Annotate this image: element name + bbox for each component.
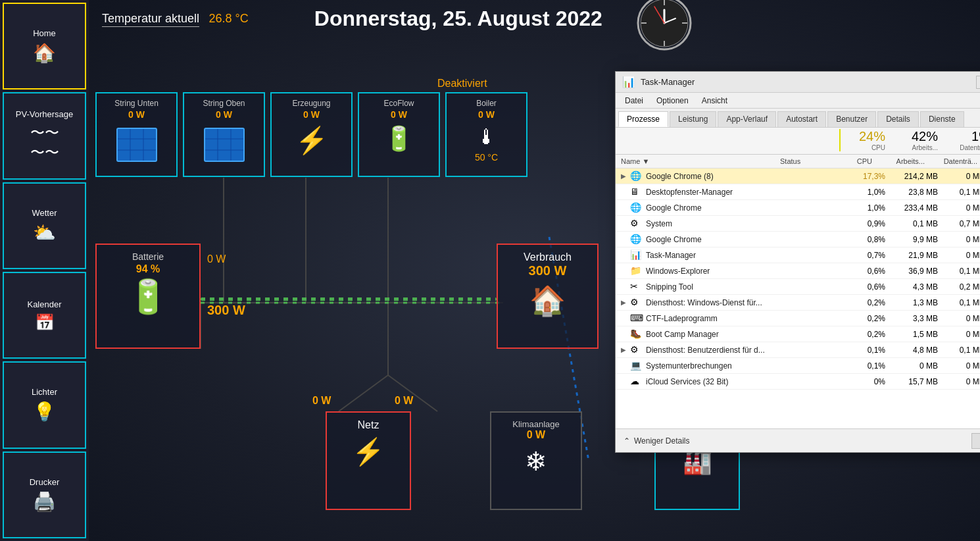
perf-mem: 42% Arbeits... (885, 129, 938, 151)
task-end-button[interactable]: Task beenden (971, 433, 980, 449)
tab-prozesse[interactable]: Prozesse (618, 111, 668, 127)
table-row[interactable]: 🖥 Desktopfenster-Manager 1,0% 23,8 MB 0,… (616, 184, 980, 200)
table-row[interactable]: 📁 Windows-Explorer 0,6% 36,9 MB 0,1 MB/s… (616, 263, 980, 279)
table-row[interactable]: 🌐 Google Chrome 1,0% 233,4 MB 0 MB/s 0 M… (616, 200, 980, 216)
tab-dienste[interactable]: Dienste (920, 111, 964, 127)
table-row[interactable]: ▶ 🌐 Google Chrome (8) 17,3% 214,2 MB 0 M… (616, 168, 980, 184)
proc-name: Diensthost: Windows-Dienst für... (646, 298, 793, 307)
col-cpu[interactable]: CPU (826, 157, 872, 165)
table-row[interactable]: ⌨ CTF-Ladeprogramm 0,2% 3,3 MB 0 MB/s 0 … (616, 311, 980, 326)
verbrauch-title: Verbrauch (524, 251, 572, 263)
tile-string-unten[interactable]: String Unten 0 W (95, 92, 178, 177)
proc-disk: 0,1 MB/s (938, 267, 980, 276)
proc-cpu: 0,8% (839, 235, 885, 244)
tile-string-unten-title: String Unten (114, 99, 159, 108)
proc-name: Boot Camp Manager (646, 330, 793, 339)
sidebar-item-home[interactable]: Home 🏠 (3, 3, 86, 90)
erzeugung-icon: ⚡ (295, 125, 328, 156)
sidebar-wetter-label: Wetter (32, 208, 57, 218)
col-name[interactable]: Name ▼ (621, 157, 780, 165)
proc-cpu: 0,2% (839, 298, 885, 307)
menu-datei[interactable]: Datei (620, 95, 649, 107)
table-row[interactable]: 💻 Systemunterbrechungen 0,1% 0 MB 0 MB/s… (616, 358, 980, 374)
header: Temperatur aktuell 26.8 °C Donnerstag, 2… (102, 7, 641, 31)
table-row[interactable]: ✂ Snipping Tool 0,6% 4,3 MB 0,2 MB/s 0 M… (616, 279, 980, 295)
proc-name: iCloud Services (32 Bit) (646, 377, 793, 386)
perf-cpu-pct: 24% (859, 129, 885, 144)
netz-w2: 0 W (395, 395, 413, 407)
table-row[interactable]: 📊 Task-Manager 0,7% 21,9 MB 0 MB/s 0 MBi… (616, 247, 980, 263)
tab-app-verlauf[interactable]: App-Verlauf (718, 111, 776, 127)
main-content: Temperatur aktuell 26.8 °C Donnerstag, 2… (89, 0, 980, 541)
deaktiviert-label: Deaktiviert (437, 78, 487, 90)
col-mem[interactable]: Arbeits... (872, 157, 925, 165)
expand-button[interactable]: ▶ (621, 346, 630, 353)
menu-ansicht[interactable]: Ansicht (697, 95, 733, 107)
proc-name: Snipping Tool (646, 282, 793, 292)
tab-benutzer[interactable]: Benutzer (827, 111, 876, 127)
proc-explorer-icon: 📁 (630, 265, 642, 277)
sidebar-item-kalender[interactable]: Kalender 📅 (3, 272, 86, 359)
perf-disk: 1% Datenträ... (938, 129, 980, 151)
svg-rect-25 (205, 128, 244, 161)
col-disk[interactable]: Datenträ... (925, 157, 977, 165)
netz-tile[interactable]: Netz ⚡ (326, 411, 411, 510)
proc-cpu: 0,9% (839, 219, 885, 228)
proc-name: Systemunterbrechungen (646, 361, 793, 371)
menu-optionen[interactable]: Optionen (651, 95, 694, 107)
battery-title: Batterie (132, 251, 164, 262)
task-manager-window: 📊 Task-Manager ─ □ ✕ Datei Optionen Ansi… (615, 71, 980, 453)
netz-icon: ⚡ (352, 436, 385, 467)
sidebar-item-wetter[interactable]: Wetter ⛅ (3, 182, 86, 269)
proc-cpu: 0,6% (839, 267, 885, 276)
sidebar-item-pv[interactable]: PV-Vorhersage 〜〜〜〜 (3, 92, 86, 179)
tab-leistung[interactable]: Leistung (670, 111, 716, 127)
sidebar-item-drucker[interactable]: Drucker 🖨️ (3, 451, 86, 538)
klima-tile[interactable]: Klimaanlage 0 W ❄ (490, 411, 582, 510)
sidebar-home-label: Home (33, 28, 56, 38)
proc-mem: 21,9 MB (885, 251, 938, 260)
tm-process-list: ▶ 🌐 Google Chrome (8) 17,3% 214,2 MB 0 M… (616, 168, 980, 428)
proc-mem: 4,8 MB (885, 346, 938, 355)
proc-disk: 0 MB/s (938, 330, 980, 339)
col-status[interactable]: Status (780, 157, 826, 165)
proc-name: System (646, 219, 793, 228)
proc-name: Google Chrome (8) (646, 172, 793, 181)
minimize-button[interactable]: ─ (976, 76, 980, 89)
battery-percent: 94 % (136, 263, 160, 275)
verbrauch-tile[interactable]: Verbrauch 300 W 🏠 (497, 244, 599, 349)
tile-erzeugung-value: 0 W (303, 109, 320, 120)
table-row[interactable]: 🌐 Google Chrome 0,8% 9,9 MB 0 MB/s 1,1 M… (616, 232, 980, 247)
tile-string-oben[interactable]: String Oben 0 W (183, 92, 265, 177)
tab-autostart[interactable]: Autostart (777, 111, 826, 127)
tab-details[interactable]: Details (877, 111, 919, 127)
top-tiles-container: String Unten 0 W String Oben 0 W (95, 92, 527, 177)
col-net[interactable]: Netzwerk (977, 157, 980, 165)
proc-desktop-icon: 🖥 (630, 186, 642, 198)
proc-mem: 1,5 MB (885, 330, 938, 339)
expand-button[interactable]: ▶ (621, 299, 630, 306)
table-row[interactable]: ☁ iCloud Services (32 Bit) 0% 15,7 MB 0 … (616, 374, 980, 390)
proc-name: CTF-Ladeprogramm (646, 314, 793, 323)
tile-erzeugung[interactable]: Erzeugung 0 W ⚡ (270, 92, 353, 177)
proc-mem: 0 MB (885, 361, 938, 371)
battery-300w: 300 W (207, 303, 245, 318)
perf-mem-label: Arbeits... (912, 144, 938, 151)
expand-button[interactable]: ▶ (621, 172, 630, 180)
table-row[interactable]: ⚙ System 0,9% 0,1 MB 0,7 MB/s 0 MBit/s (616, 216, 980, 232)
proc-mem: 1,3 MB (885, 298, 938, 307)
sidebar-pv-label: PV-Vorhersage (16, 109, 73, 119)
tile-boiler[interactable]: Boiler 0 W 🌡 50 °C (445, 92, 527, 177)
sidebar-item-lichter[interactable]: Lichter 💡 (3, 361, 86, 448)
proc-mem: 15,7 MB (885, 377, 938, 386)
proc-cpu: 0,2% (839, 314, 885, 323)
table-row[interactable]: ▶ ⚙ Diensthost: Benutzerdienst für d... … (616, 342, 980, 358)
table-row[interactable]: 🥾 Boot Camp Manager 0,2% 1,5 MB 0 MB/s 0… (616, 326, 980, 342)
tile-ecoflow[interactable]: EcoFlow 0 W 🔋 (358, 92, 440, 177)
ecoflow-icon: 🔋 (384, 125, 414, 153)
battery-tile[interactable]: Batterie 94 % 🔋 (95, 244, 201, 349)
solar-panel-oben-icon (201, 125, 247, 170)
table-row[interactable]: ▶ ⚙ Diensthost: Windows-Dienst für... 0,… (616, 295, 980, 311)
less-details-btn[interactable]: ⌃ Weniger Details (624, 436, 689, 446)
proc-mem: 233,4 MB (885, 203, 938, 213)
